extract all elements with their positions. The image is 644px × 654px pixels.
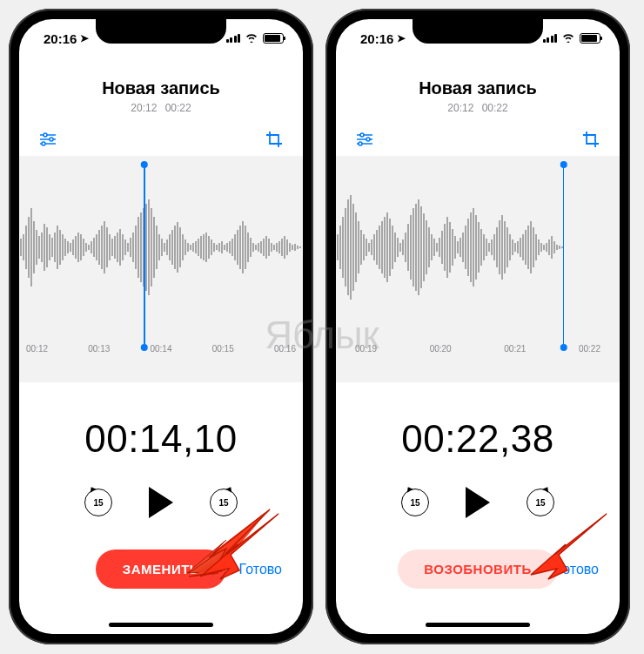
resume-button[interactable]: ВОЗОБНОВИТЬ <box>398 549 557 589</box>
crop-icon[interactable] <box>581 130 600 149</box>
toolbar <box>336 119 620 156</box>
cellular-icon <box>543 34 558 43</box>
waveform <box>19 156 303 339</box>
svg-point-117 <box>366 138 370 141</box>
location-icon: ➤ <box>397 32 406 44</box>
skip-forward-button[interactable]: 15 <box>210 489 238 516</box>
recording-title: Новая запись <box>19 78 303 98</box>
phone-right: 20:16 ➤ Новая запись 20:12 00:22 <box>325 9 630 644</box>
settings-icon[interactable] <box>355 130 374 149</box>
screen: 20:16 ➤ Новая запись 20:12 00:22 <box>336 19 620 634</box>
recording-meta: 20:12 00:22 <box>19 102 303 114</box>
recording-meta: 20:12 00:22 <box>336 102 620 114</box>
time-ruler: 00:12 00:13 00:14 00:15 00:16 <box>19 344 303 354</box>
skip-back-button[interactable]: 15 <box>401 489 429 516</box>
playhead[interactable] <box>563 165 565 347</box>
cellular-icon <box>226 34 241 43</box>
skip-forward-button[interactable]: 15 <box>527 489 554 516</box>
playhead-handle-top[interactable] <box>560 161 567 168</box>
waveform-area[interactable]: 00:19 00:20 00:21 00:22 <box>336 156 620 382</box>
status-time: 20:16 <box>44 31 77 46</box>
playhead-handle-top[interactable] <box>141 161 148 168</box>
toolbar <box>19 119 303 156</box>
settings-icon[interactable] <box>38 130 57 149</box>
wifi-icon <box>245 31 258 45</box>
crop-icon[interactable] <box>265 130 284 149</box>
svg-point-119 <box>359 142 362 145</box>
wifi-icon <box>561 31 575 45</box>
notch <box>413 19 543 44</box>
replace-button[interactable]: ЗАМЕНИТЬ <box>96 549 226 589</box>
svg-point-3 <box>50 138 53 141</box>
waveform <box>336 156 620 339</box>
footer: ЗАМЕНИТЬ Готово <box>19 549 303 589</box>
play-button[interactable] <box>466 487 490 518</box>
status-time: 20:16 <box>360 31 393 46</box>
current-time: 00:22,38 <box>336 417 620 461</box>
recording-title: Новая запись <box>336 78 620 98</box>
phone-left: 20:16 ➤ Новая запись 20:12 00:22 <box>9 9 313 644</box>
recording-header: Новая запись 20:12 00:22 <box>19 57 303 119</box>
skip-back-button[interactable]: 15 <box>84 489 112 516</box>
footer: ВОЗОБНОВИТЬ Готово <box>336 549 620 589</box>
battery-icon <box>580 33 600 44</box>
svg-point-5 <box>42 142 45 145</box>
playhead-handle-bottom[interactable] <box>141 344 148 351</box>
current-time: 00:14,10 <box>19 417 303 461</box>
svg-point-1 <box>44 133 47 137</box>
location-icon: ➤ <box>80 32 89 44</box>
notch <box>96 19 226 44</box>
battery-icon <box>263 33 284 44</box>
svg-point-115 <box>360 133 364 137</box>
home-indicator[interactable] <box>109 623 213 627</box>
playhead[interactable] <box>144 165 145 347</box>
done-button[interactable]: Готово <box>239 562 282 577</box>
recording-header: Новая запись 20:12 00:22 <box>336 57 620 119</box>
time-ruler: 00:19 00:20 00:21 00:22 <box>336 344 620 354</box>
waveform-area[interactable]: 00:12 00:13 00:14 00:15 00:16 <box>19 156 303 382</box>
home-indicator[interactable] <box>426 623 530 627</box>
playhead-handle-bottom[interactable] <box>560 344 567 351</box>
play-button[interactable] <box>149 487 173 518</box>
playback-controls: 15 15 <box>19 487 303 518</box>
screen: 20:16 ➤ Новая запись 20:12 00:22 <box>19 19 303 634</box>
done-button[interactable]: Готово <box>556 562 599 577</box>
playback-controls: 15 15 <box>336 487 620 518</box>
